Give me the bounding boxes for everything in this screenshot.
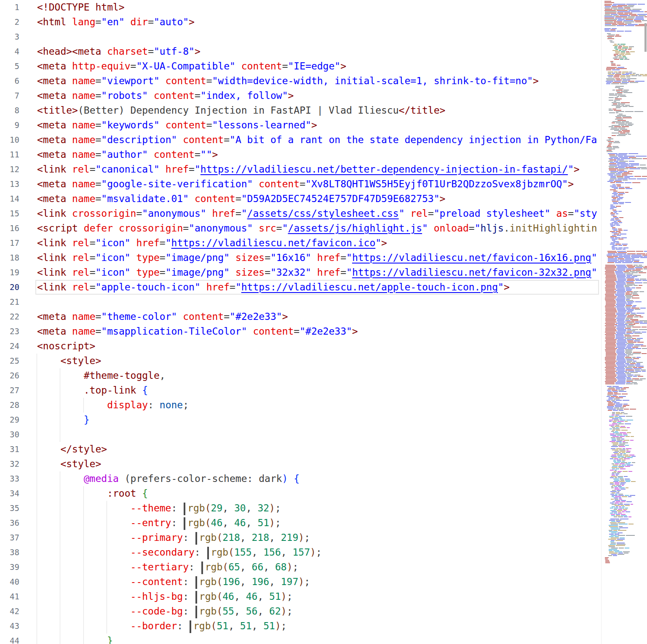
code-line[interactable]: <meta name="keywords" content="lessons-l… xyxy=(37,118,601,133)
minimap[interactable] xyxy=(601,0,647,644)
line-number[interactable]: 35 xyxy=(0,501,19,516)
code-line[interactable]: display: none; xyxy=(37,398,601,412)
line-number[interactable]: 3 xyxy=(0,29,19,44)
code-line[interactable]: <meta name="theme-color" content="#2e2e3… xyxy=(37,309,601,324)
line-number[interactable]: 16 xyxy=(0,221,19,236)
line-number[interactable]: 41 xyxy=(0,589,19,604)
code-line[interactable]: #theme-toggle, xyxy=(37,368,601,383)
line-number[interactable]: 5 xyxy=(0,59,19,74)
line-number[interactable]: 22 xyxy=(0,309,19,324)
code-line[interactable]: <link rel="canonical" href="https://vlad… xyxy=(37,162,601,177)
line-number[interactable]: 30 xyxy=(0,427,19,442)
line-number[interactable]: 7 xyxy=(0,88,19,103)
code-line[interactable]: <link crossorigin="anonymous" href="/ass… xyxy=(37,206,601,221)
code-line[interactable]: --entry: rgb(46, 46, 51); xyxy=(37,516,601,530)
color-swatch[interactable] xyxy=(184,503,185,515)
code-line[interactable]: <meta name="author" content=""> xyxy=(37,147,601,162)
code-line[interactable]: :root { xyxy=(37,486,601,501)
line-number[interactable]: 1 xyxy=(0,0,19,15)
code-line[interactable]: <link rel="apple-touch-icon" href="https… xyxy=(37,280,601,295)
code-line[interactable]: <meta http-equiv="X-UA-Compatible" conte… xyxy=(37,59,601,74)
line-number[interactable]: 31 xyxy=(0,442,19,457)
line-number[interactable]: 28 xyxy=(0,398,19,412)
code-line[interactable]: <head><meta charset="utf-8"> xyxy=(37,44,601,59)
code-line[interactable]: </style> xyxy=(37,442,601,457)
color-swatch[interactable] xyxy=(190,620,191,633)
line-number[interactable]: 21 xyxy=(0,295,19,309)
code-line[interactable]: <noscript> xyxy=(37,339,601,354)
color-swatch[interactable] xyxy=(195,591,197,604)
line-number[interactable]: 18 xyxy=(0,250,19,265)
line-number[interactable]: 4 xyxy=(0,44,19,59)
line-number[interactable]: 17 xyxy=(0,236,19,250)
line-number[interactable]: 25 xyxy=(0,354,19,368)
code-line[interactable]: <style> xyxy=(37,354,601,368)
code-line[interactable]: <link rel="icon" type="image/png" sizes=… xyxy=(37,265,601,280)
code-line[interactable]: } xyxy=(37,412,601,427)
line-number[interactable]: 14 xyxy=(0,192,19,206)
code-line[interactable]: --tertiary: rgb(65, 66, 68); xyxy=(37,560,601,575)
code-line[interactable]: <!DOCTYPE html> xyxy=(37,0,601,15)
code-line[interactable]: <style> xyxy=(37,457,601,471)
line-number[interactable]: 19 xyxy=(0,265,19,280)
code-line[interactable]: <meta name="msvalidate.01" content="D59A… xyxy=(37,192,601,206)
line-number[interactable]: 10 xyxy=(0,133,19,147)
color-swatch[interactable] xyxy=(195,576,197,589)
code-line[interactable]: --content: rgb(196, 196, 197); xyxy=(37,575,601,589)
code-area[interactable]: <!DOCTYPE html><html lang="en" dir="auto… xyxy=(37,0,601,644)
line-number[interactable]: 34 xyxy=(0,486,19,501)
line-number[interactable]: 13 xyxy=(0,177,19,192)
color-swatch[interactable] xyxy=(195,606,197,618)
code-line[interactable]: --primary: rgb(218, 218, 219); xyxy=(37,530,601,545)
line-number[interactable]: 38 xyxy=(0,545,19,560)
code-line[interactable]: --hljs-bg: rgb(46, 46, 51); xyxy=(37,589,601,604)
code-line[interactable] xyxy=(37,295,601,309)
line-number[interactable]: 6 xyxy=(0,74,19,88)
color-swatch[interactable] xyxy=(195,532,197,545)
url-link[interactable]: https://vladiliescu.net/apple-touch-icon… xyxy=(241,282,498,293)
line-number[interactable]: 23 xyxy=(0,324,19,339)
code-line[interactable]: --secondary: rgb(155, 156, 157); xyxy=(37,545,601,560)
code-line[interactable]: <meta name="robots" content="index, foll… xyxy=(37,88,601,103)
code-line[interactable]: } xyxy=(37,633,601,644)
url-link[interactable]: /assets/css/stylesheet.css xyxy=(247,208,399,219)
url-link[interactable]: /assets/js/highlight.js xyxy=(288,223,422,234)
line-number[interactable]: 27 xyxy=(0,383,19,398)
url-link[interactable]: https://vladiliescu.net/favicon-32x32.pn… xyxy=(352,267,591,278)
line-number[interactable]: 11 xyxy=(0,147,19,162)
line-number[interactable]: 12 xyxy=(0,162,19,177)
code-line[interactable]: --code-bg: rgb(55, 56, 62); xyxy=(37,604,601,619)
line-number[interactable]: 40 xyxy=(0,575,19,589)
color-swatch[interactable] xyxy=(207,547,209,559)
line-number[interactable]: 39 xyxy=(0,560,19,575)
code-line[interactable]: <title>(Better) Dependency Injection in … xyxy=(37,103,601,118)
line-number[interactable]: 2 xyxy=(0,15,19,29)
line-number[interactable]: 32 xyxy=(0,457,19,471)
line-number[interactable]: 24 xyxy=(0,339,19,354)
url-link[interactable]: https://vladiliescu.net/favicon.ico xyxy=(171,237,376,248)
code-line[interactable]: <meta name="viewport" content="width=dev… xyxy=(37,74,601,88)
url-link[interactable]: https://vladiliescu.net/favicon-16x16.pn… xyxy=(352,252,591,263)
code-line[interactable]: @media (prefers-color-scheme: dark) { xyxy=(37,471,601,486)
code-line[interactable]: .top-link { xyxy=(37,383,601,398)
color-swatch[interactable] xyxy=(201,562,203,574)
code-line[interactable]: --theme: rgb(29, 30, 32); xyxy=(37,501,601,516)
line-number[interactable]: 44 xyxy=(0,633,19,644)
code-line[interactable]: <meta name="google-site-verification" co… xyxy=(37,177,601,192)
code-line[interactable] xyxy=(37,427,601,442)
code-line[interactable]: <link rel="icon" href="https://vladilies… xyxy=(37,236,601,250)
url-link[interactable]: https://vladiliescu.net/better-dependenc… xyxy=(201,164,568,175)
line-number[interactable]: 43 xyxy=(0,619,19,633)
line-number[interactable]: 9 xyxy=(0,118,19,133)
line-number[interactable]: 8 xyxy=(0,103,19,118)
line-number[interactable]: 36 xyxy=(0,516,19,530)
line-number[interactable]: 33 xyxy=(0,471,19,486)
code-line[interactable] xyxy=(37,29,601,44)
line-number[interactable]: 15 xyxy=(0,206,19,221)
line-number[interactable]: 29 xyxy=(0,412,19,427)
code-line[interactable]: <script defer crossorigin="anonymous" sr… xyxy=(37,221,601,236)
code-editor[interactable]: 1234567891011121314151617181920212223242… xyxy=(0,0,601,644)
code-line[interactable]: --border: rgb(51, 51, 51); xyxy=(37,619,601,633)
line-number[interactable]: 26 xyxy=(0,368,19,383)
code-line[interactable]: <html lang="en" dir="auto"> xyxy=(37,15,601,29)
